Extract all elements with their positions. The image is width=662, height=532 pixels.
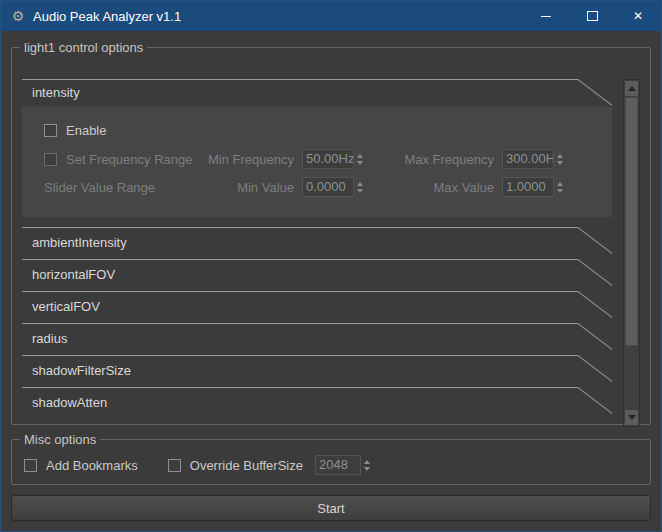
buffersize-spinbox[interactable]: 2048 [315, 455, 370, 475]
spin-down-button[interactable] [364, 465, 370, 472]
min-frequency-label: Min Frequency [194, 152, 294, 167]
light-control-groupbox: light1 control options intensity Enable [11, 47, 651, 425]
spin-down-icon [557, 189, 563, 193]
misc-options-row: Add Bookmarks Override BufferSize 2048 [24, 452, 640, 478]
accordion-header-label: intensity [32, 85, 80, 100]
accordion-header-shadowatten[interactable]: shadowAtten [22, 387, 612, 419]
titlebar: ⚙ Audio Peak Analyzer v1.1 ✕ [1, 1, 661, 31]
min-value-spinbox[interactable]: 0.0000 [302, 177, 363, 197]
minimize-icon [541, 16, 551, 17]
spin-up-button[interactable] [364, 458, 370, 465]
accordion-list: intensity Enable Set Frequency Range [22, 79, 612, 419]
accordion-header-label: shadowFilterSize [32, 363, 131, 378]
min-frequency-value[interactable]: 50.00Hz [302, 149, 354, 169]
max-value-spinbox[interactable]: 1.0000 [502, 177, 563, 197]
accordion-header-label: ambientIntensity [32, 235, 127, 250]
enable-checkbox[interactable] [44, 124, 57, 137]
set-frequency-range-checkbox[interactable] [44, 153, 57, 166]
spin-up-button[interactable] [557, 180, 563, 187]
accordion-header-ambientintensity[interactable]: ambientIntensity [22, 227, 612, 259]
spin-down-button[interactable] [557, 187, 563, 194]
minimize-button[interactable] [523, 1, 569, 31]
maximize-button[interactable] [569, 1, 615, 31]
max-value-label: Max Value [363, 180, 494, 195]
scrollbar-handle[interactable] [625, 97, 638, 346]
accordion-header-radius[interactable]: radius [22, 323, 612, 355]
vertical-scrollbar[interactable] [623, 79, 640, 427]
spin-up-icon [364, 460, 370, 464]
maximize-icon [587, 11, 598, 21]
max-value-value[interactable]: 1.0000 [502, 177, 554, 197]
window-title: Audio Peak Analyzer v1.1 [33, 9, 181, 24]
close-button[interactable]: ✕ [615, 1, 661, 31]
misc-options-groupbox: Misc options Add Bookmarks Override Buff… [11, 439, 651, 485]
spin-up-icon [557, 182, 563, 186]
spin-down-icon [364, 467, 370, 471]
max-frequency-spin-buttons [557, 152, 563, 166]
accordion-area: intensity Enable Set Frequency Range [22, 79, 640, 427]
spin-down-icon [557, 161, 563, 165]
scroll-up-icon [628, 86, 636, 91]
accordion-header-intensity[interactable]: intensity [22, 79, 612, 107]
accordion-header-label: radius [32, 331, 67, 346]
accordion-header-label: horizontalFOV [32, 267, 115, 282]
min-value-value[interactable]: 0.0000 [302, 177, 354, 197]
accordion-header-label: verticalFOV [32, 299, 100, 314]
app-window: ⚙ Audio Peak Analyzer v1.1 ✕ light1 cont… [0, 0, 662, 532]
max-value-spin-buttons [557, 180, 563, 194]
max-frequency-spinbox[interactable]: 300.00Hz [502, 149, 563, 169]
window-content: light1 control options intensity Enable [1, 31, 661, 531]
spin-down-button[interactable] [557, 159, 563, 166]
spin-up-icon [557, 154, 563, 158]
max-frequency-label: Max Frequency [363, 152, 494, 167]
accordion-header-verticalfov[interactable]: verticalFOV [22, 291, 612, 323]
app-icon: ⚙ [10, 8, 26, 24]
add-bookmarks-checkbox[interactable] [24, 459, 37, 472]
min-value-label: Min Value [194, 180, 294, 195]
close-icon: ✕ [633, 9, 643, 23]
accordion-header-label: shadowAtten [32, 395, 107, 410]
spin-up-button[interactable] [557, 152, 563, 159]
min-frequency-spinbox[interactable]: 50.00Hz [302, 149, 363, 169]
set-frequency-range-label: Set Frequency Range [66, 152, 192, 167]
scrollbar-up-button[interactable] [625, 81, 638, 96]
accordion-header-horizontalfov[interactable]: horizontalFOV [22, 259, 612, 291]
scroll-down-icon [628, 415, 636, 420]
max-frequency-value[interactable]: 300.00Hz [502, 149, 554, 169]
light-groupbox-title: light1 control options [20, 40, 147, 55]
scrollbar-down-button[interactable] [625, 410, 638, 425]
intensity-panel: Enable Set Frequency Range Min Frequency… [22, 107, 612, 217]
enable-label: Enable [66, 123, 106, 138]
start-button[interactable]: Start [11, 495, 651, 521]
accordion-header-shadowfiltersize[interactable]: shadowFilterSize [22, 355, 612, 387]
buffersize-value[interactable]: 2048 [315, 455, 361, 475]
misc-groupbox-title: Misc options [20, 432, 100, 447]
override-buffersize-label: Override BufferSize [190, 458, 303, 473]
window-controls: ✕ [523, 1, 661, 31]
slider-value-range-label: Slider Value Range [44, 180, 155, 195]
buffersize-spin-buttons [364, 458, 370, 472]
add-bookmarks-label: Add Bookmarks [46, 458, 138, 473]
override-buffersize-checkbox[interactable] [168, 459, 181, 472]
